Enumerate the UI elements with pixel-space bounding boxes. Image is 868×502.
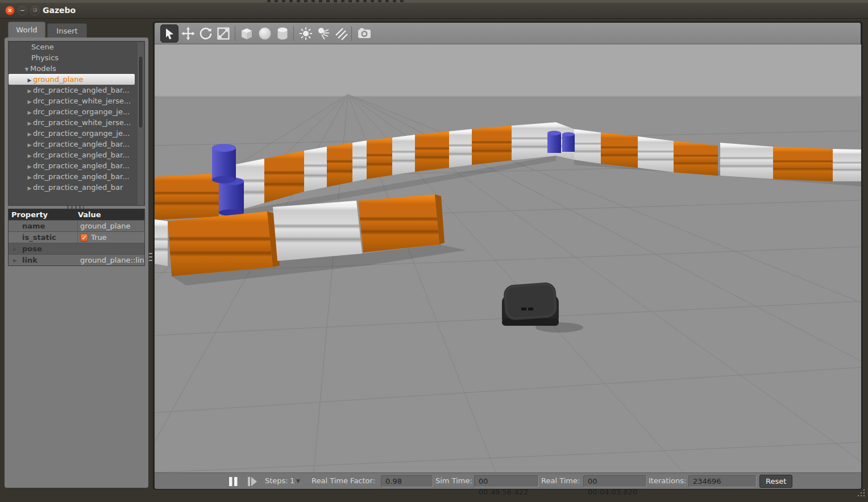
maximize-icon[interactable]: ❑ — [30, 6, 40, 15]
steps-label: Steps: — [265, 476, 288, 485]
toolbar-separator — [293, 26, 294, 41]
left-panel: World Insert Scene Physics ▼Models ▶grou… — [5, 38, 148, 488]
tab-insert[interactable]: Insert — [47, 23, 87, 38]
camera-icon — [357, 26, 372, 41]
sim-time-value: 00 00:49:56.422 — [474, 475, 539, 487]
insert-box-button[interactable] — [238, 24, 256, 43]
value-column-header: Value — [78, 209, 101, 220]
rotate-tool-button[interactable] — [197, 24, 215, 43]
steps-dropdown-icon[interactable]: ▼ — [296, 478, 300, 484]
tree-item-model[interactable]: ▶drc_practice_angled_bar... — [9, 85, 144, 96]
scale-tool-button[interactable] — [214, 24, 232, 43]
window-title: Gazebo — [43, 6, 76, 15]
sphere-icon — [258, 26, 272, 41]
collapsed-arrow-icon[interactable]: ▶ — [26, 183, 33, 194]
render-viewport-frame: Steps: 1 ▼ Real Time Factor: 0.98 Sim Ti… — [153, 22, 862, 489]
insert-sphere-button[interactable] — [256, 24, 274, 43]
rtf-label: Real Time Factor: — [312, 476, 375, 485]
tree-scrollbar-thumb[interactable] — [138, 56, 143, 128]
is-static-checkbox[interactable]: ✓ — [80, 234, 88, 242]
tree-item-model[interactable]: ▶drc_practice_angled_bar... — [9, 160, 144, 171]
view-toolbar — [155, 23, 861, 44]
insert-cylinder-button[interactable] — [273, 24, 292, 43]
sim-time-label: Sim Time: — [435, 476, 472, 485]
window-resize-grip[interactable] — [855, 487, 866, 498]
close-icon[interactable]: ✕ — [5, 6, 15, 15]
property-table: Property Value name ground_plane is_stat… — [8, 209, 145, 266]
blue-cylinder-pair-distant[interactable] — [547, 131, 575, 153]
tree-item-ground-plane[interactable]: ▶ground_plane — [9, 74, 135, 85]
box-icon — [239, 26, 254, 41]
property-row-link[interactable]: ▶ link ground_plane::link — [9, 254, 144, 265]
steps-value[interactable]: 1 — [290, 476, 294, 485]
real-time-value: 00 00:04:03.820 — [583, 475, 647, 487]
tree-item-model[interactable]: ▶drc_practice_white_jerse... — [9, 117, 144, 128]
screenshot-button[interactable] — [355, 24, 373, 43]
background-window-text-fragment — [267, 0, 404, 2]
sky — [155, 44, 861, 96]
property-row-name: name ground_plane — [9, 220, 144, 231]
property-table-header: Property Value — [9, 209, 144, 220]
render-canvas[interactable] — [155, 44, 861, 472]
title-bar[interactable]: ✕ ─ ❑ Gazebo — [0, 3, 868, 19]
tree-item-model[interactable]: ▶drc_practice_organge_je... — [9, 106, 144, 117]
select-tool-button[interactable] — [160, 24, 178, 43]
directional-light-button[interactable] — [332, 24, 350, 43]
tab-world[interactable]: World — [8, 22, 45, 38]
collapsed-arrow-icon[interactable]: ▶ — [13, 255, 17, 266]
tree-scrollbar[interactable] — [138, 42, 144, 206]
reset-button[interactable]: Reset — [759, 475, 792, 488]
cylinder-icon — [275, 26, 290, 41]
tree-item-models[interactable]: ▼Models — [9, 63, 144, 74]
tree-item-model[interactable]: ▶drc_practice_organge_je... — [9, 128, 144, 139]
rtf-value: 0.98 — [381, 475, 433, 487]
tree-item-model[interactable]: ▶drc_practice_angled_bar... — [9, 171, 144, 182]
panel-resize-handle[interactable] — [148, 252, 153, 263]
spot-light-button[interactable] — [314, 24, 333, 43]
property-row-is-static: is_static ✓True — [9, 231, 144, 243]
select-arrow-icon — [163, 27, 176, 40]
property-column-header: Property — [9, 209, 78, 220]
gazebo-window: { "titlebar": { "title": "Gazebo" }, "pa… — [0, 0, 868, 502]
point-light-button[interactable] — [297, 24, 315, 43]
property-row-pose[interactable]: ▶ pose — [9, 243, 144, 254]
tree-item-model[interactable]: ▶drc_practice_white_jerse... — [9, 96, 144, 106]
tree-item-model[interactable]: ▶drc_practice_angled_bar... — [9, 150, 144, 160]
iterations-value: 234696 — [688, 475, 757, 487]
jersey-barrier-left[interactable] — [155, 173, 219, 220]
pause-button[interactable] — [229, 477, 238, 486]
rotate-icon — [199, 27, 213, 40]
toolbar-separator — [235, 26, 235, 41]
translate-icon — [181, 27, 195, 40]
real-time-label: Real Time: — [541, 476, 580, 485]
scale-icon — [217, 27, 230, 40]
iterations-label: Iterations: — [649, 476, 686, 485]
toolbar-separator — [351, 26, 352, 41]
step-button[interactable] — [248, 477, 258, 486]
tree-item-model[interactable]: ▶drc_practice_angled_bar... — [9, 139, 144, 150]
collapsed-arrow-icon[interactable]: ▶ — [13, 243, 17, 255]
translate-tool-button[interactable] — [179, 24, 197, 43]
simulation-status-bar: Steps: 1 ▼ Real Time Factor: 0.98 Sim Ti… — [155, 472, 861, 489]
tree-item-model[interactable]: ▶drc_practice_angled_bar — [9, 182, 144, 193]
directional-light-icon — [334, 26, 348, 41]
minimize-icon[interactable]: ─ — [18, 6, 27, 15]
tree-item-physics[interactable]: Physics — [9, 52, 144, 63]
spot-light-icon — [316, 26, 331, 41]
model-tree: Scene Physics ▼Models ▶ground_plane ▶drc… — [8, 41, 145, 206]
point-light-icon — [298, 26, 313, 41]
tree-item-scene[interactable]: Scene — [9, 42, 144, 52]
scene-3d — [155, 44, 861, 472]
